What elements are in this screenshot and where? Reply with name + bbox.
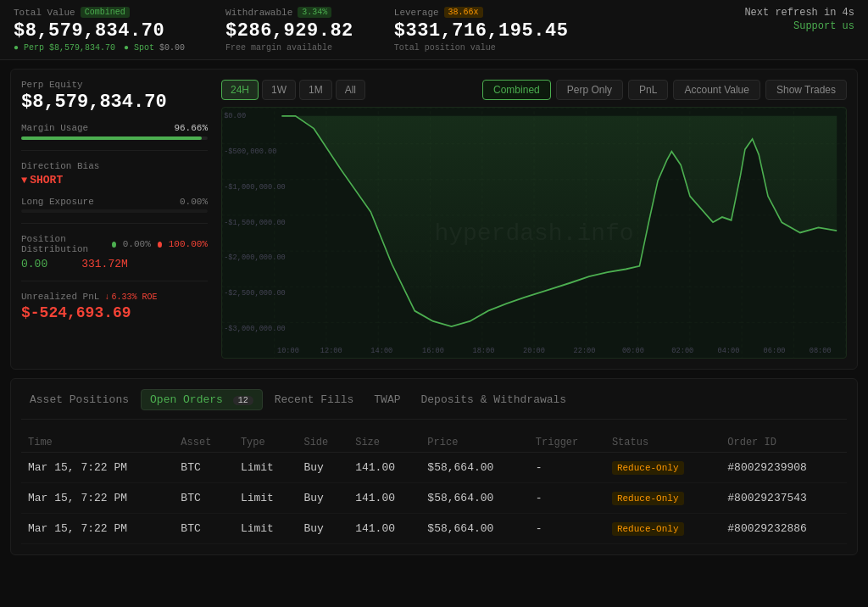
svg-text:-$3,000,000.00: -$3,000,000.00	[224, 324, 286, 334]
total-value-badge: Combined	[81, 7, 130, 18]
time-buttons: 24H 1W 1M All	[221, 80, 365, 100]
time-btn-all[interactable]: All	[336, 80, 365, 100]
view-btn-account-value[interactable]: Account Value	[673, 80, 760, 100]
view-btn-perp-only[interactable]: Perp Only	[556, 80, 623, 100]
margin-usage-pct: 96.66%	[174, 123, 208, 133]
col-time: Time	[21, 433, 174, 453]
total-value-sub: ● Perp $8,579,834.70 ● Spot $0.00	[14, 43, 185, 53]
margin-section: Margin Usage 96.66%	[21, 123, 208, 140]
order-status: Reduce-Only	[605, 453, 721, 483]
order-id: #80029237543	[721, 483, 847, 514]
view-btn-combined[interactable]: Combined	[482, 80, 551, 100]
margin-progress-fill	[21, 136, 202, 140]
unrealized-roe-badge: ↓ 6.33% ROE	[104, 292, 157, 302]
table-row: Mar 15, 7:22 PM BTC Limit Buy 141.00 $58…	[21, 483, 847, 514]
col-side: Side	[297, 433, 348, 453]
tab-open-orders[interactable]: Open Orders 12	[141, 389, 263, 410]
view-btn-pnl[interactable]: PnL	[628, 80, 668, 100]
time-btn-24h[interactable]: 24H	[221, 80, 259, 100]
order-price: $58,664.00	[420, 453, 528, 483]
chart-panel: Perp Equity $8,579,834.70 Margin Usage 9…	[10, 69, 858, 370]
order-size: 141.00	[348, 483, 420, 514]
total-value-text: Total Value	[14, 8, 75, 18]
order-trigger: -	[529, 483, 605, 514]
leverage-group: Leverage 38.66x $331,716,195.45 Total po…	[394, 7, 569, 53]
col-order-id: Order ID	[721, 433, 847, 453]
open-orders-badge: 12	[233, 396, 253, 405]
long-exposure-section: Long Exposure 0.00%	[21, 197, 208, 213]
svg-text:00:00: 00:00	[622, 345, 644, 355]
svg-text:-$2,000,000.00: -$2,000,000.00	[224, 253, 286, 263]
total-value-label: Total Value Combined	[14, 7, 185, 18]
long-exposure-bar-bg	[21, 209, 208, 213]
direction-bias-row: Direction Bias ▼ SHORT	[21, 161, 208, 187]
withdrawable-sub: Free margin available	[225, 43, 353, 53]
equity-label: Perp Equity	[21, 80, 208, 90]
col-status: Status	[605, 433, 721, 453]
time-btn-1w[interactable]: 1W	[262, 80, 296, 100]
divider-1	[21, 150, 208, 151]
pos-dist-red-pct: 100.00%	[169, 239, 208, 249]
orders-table: Time Asset Type Side Size Price Trigger …	[21, 433, 847, 544]
svg-text:20:00: 20:00	[523, 345, 545, 355]
order-side: Buy	[297, 483, 348, 514]
order-side: Buy	[297, 514, 348, 544]
order-price: $58,664.00	[420, 483, 528, 514]
direction-bias-label: Direction Bias	[21, 161, 208, 171]
tab-recent-fills[interactable]: Recent Fills	[266, 389, 363, 410]
refresh-text: Next refresh in 4s	[744, 7, 854, 19]
tab-asset-positions[interactable]: Asset Positions	[21, 389, 137, 410]
margin-progress-bg	[21, 136, 208, 140]
svg-text:12:00: 12:00	[320, 345, 342, 355]
order-trigger: -	[529, 453, 605, 483]
pos-green-val: 0.00	[21, 258, 47, 270]
col-type: Type	[234, 433, 298, 453]
unrealized-pnl-section: Unrealized PnL ↓ 6.33% ROE $-524,693.69	[21, 292, 208, 321]
unrealized-value: $-524,693.69	[21, 304, 208, 321]
total-value-amount: $8,579,834.70	[14, 20, 185, 42]
margin-usage-label: Margin Usage	[21, 123, 88, 133]
top-bar-right: Next refresh in 4s Support us	[744, 7, 854, 32]
svg-text:04:00: 04:00	[717, 345, 739, 355]
order-id: #80029239908	[721, 453, 847, 483]
order-trigger: -	[529, 514, 605, 544]
top-stats-group: Total Value Combined $8,579,834.70 ● Per…	[14, 7, 568, 53]
time-btn-1m[interactable]: 1M	[299, 80, 332, 100]
order-time: Mar 15, 7:22 PM	[21, 483, 174, 514]
svg-text:14:00: 14:00	[370, 345, 392, 355]
svg-text:08:00: 08:00	[810, 345, 832, 355]
order-size: 141.00	[348, 514, 420, 544]
order-type: Limit	[234, 514, 298, 544]
long-exposure-label: Long Exposure	[21, 197, 94, 207]
equity-value: $8,579,834.70	[21, 92, 208, 113]
leverage-sub: Total position value	[394, 43, 569, 53]
order-type: Limit	[234, 483, 298, 514]
tab-twap[interactable]: TWAP	[365, 389, 409, 410]
order-asset: BTC	[174, 453, 234, 483]
col-size: Size	[348, 433, 420, 453]
order-size: 141.00	[348, 453, 420, 483]
svg-text:-$2,500,000.00: -$2,500,000.00	[224, 288, 286, 298]
svg-text:-$500,000.00: -$500,000.00	[224, 147, 276, 157]
order-id: #80029232886	[721, 514, 847, 544]
svg-text:18:00: 18:00	[472, 345, 494, 355]
view-btn-show-trades[interactable]: Show Trades	[765, 80, 847, 100]
pos-dist-green-pct: 0.00%	[123, 239, 151, 249]
order-price: $58,664.00	[420, 514, 528, 544]
chart-svg: $0.00 -$500,000.00 -$1,000,000.00 -$1,50…	[222, 108, 846, 358]
svg-text:$0.00: $0.00	[224, 111, 246, 121]
support-link[interactable]: Support us	[744, 20, 854, 32]
col-price: Price	[420, 433, 528, 453]
pos-red-val: 331.72M	[81, 258, 128, 270]
unrealized-pnl-label: Unrealized PnL ↓ 6.33% ROE	[21, 292, 208, 302]
table-row: Mar 15, 7:22 PM BTC Limit Buy 141.00 $58…	[21, 453, 847, 483]
order-time: Mar 15, 7:22 PM	[21, 514, 174, 544]
table-row: Mar 15, 7:22 PM BTC Limit Buy 141.00 $58…	[21, 514, 847, 544]
left-stats: Perp Equity $8,579,834.70 Margin Usage 9…	[21, 80, 208, 359]
tab-deposits-withdrawals[interactable]: Deposits & Withdrawals	[413, 389, 576, 410]
order-type: Limit	[234, 453, 298, 483]
order-status: Reduce-Only	[605, 514, 721, 544]
chart-area: 24H 1W 1M All Combined Perp Only PnL Acc…	[221, 80, 847, 359]
main-content: Perp Equity $8,579,834.70 Margin Usage 9…	[0, 60, 868, 564]
pos-dist-green-dot	[112, 242, 116, 248]
